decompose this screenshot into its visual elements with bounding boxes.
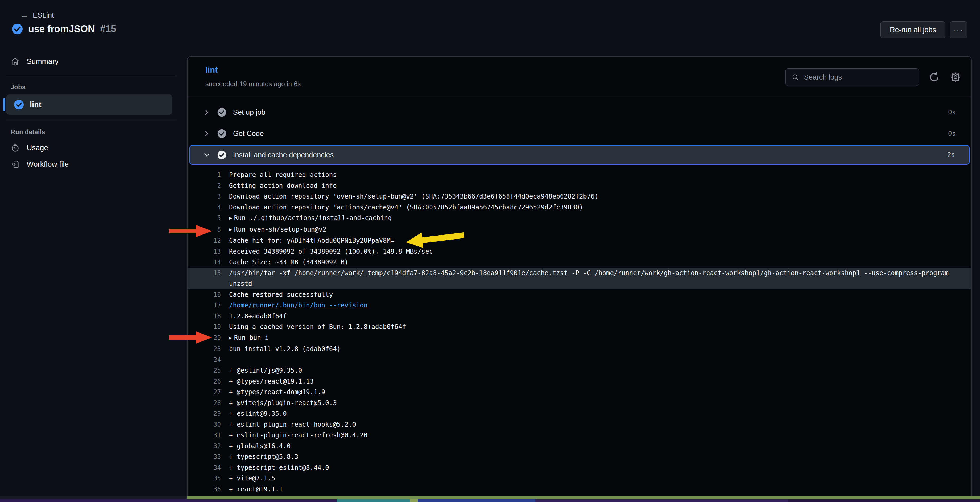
log-line-number[interactable]: 3 [188,191,229,202]
run-details-label: Run details [0,126,187,140]
log-line-text: + eslint-plugin-react-refresh@0.4.20 [229,430,971,441]
log-line-number[interactable]: 4 [188,202,229,213]
log-line-12: 12Cache hit for: yADIh4tFAodu0QPNiBy2UPp… [188,235,971,246]
step-row-install-and-cache-dependencies[interactable]: Install and cache dependencies 2s [189,145,970,165]
log-line-number[interactable]: 23 [188,344,229,354]
log-line-number[interactable]: 15 [188,268,229,279]
log-line-13: 13Received 34389092 of 34389092 (100.0%)… [188,246,971,257]
chevron-right-icon[interactable] [203,110,210,115]
gear-icon[interactable] [950,71,961,83]
sidebar-item-usage[interactable]: Usage [0,140,187,156]
step-label: Get Code [233,130,264,138]
log-line-number[interactable]: 1 [188,170,229,181]
log-line-text: Download action repository 'oven-sh/setu… [229,191,971,202]
log-line-number[interactable]: 24 [188,354,229,365]
step-row-get-code[interactable]: Get Code 0s [189,124,970,143]
log-line-33: 33+ typescript@5.8.3 [188,451,971,462]
log-line-3: 3Download action repository 'oven-sh/set… [188,191,971,202]
job-status-text: succeeded 19 minutes ago in 6s [205,80,301,88]
search-logs-input[interactable] [804,73,913,81]
log-line-number[interactable]: 17 [188,300,229,311]
log-line-number[interactable]: 2 [188,181,229,191]
log-line-text: ▶Run bun i [229,332,971,344]
step-duration: 2s [947,151,969,159]
step-success-check-icon [217,129,227,138]
log-line-text: bun install v1.2.8 (adab0f64) [229,344,971,354]
chevron-right-icon[interactable] [203,131,210,137]
log-line-number[interactable]: 34 [188,462,229,473]
log-line-16: 16Cache restored successfully [188,289,971,300]
search-icon [791,73,799,81]
log-line-text: ▶Run oven-sh/setup-bun@v2 [229,224,971,235]
log-line-number[interactable]: 31 [188,430,229,441]
log-line-8: 8▶Run oven-sh/setup-bun@v2 [188,224,971,235]
log-line-number[interactable]: 13 [188,246,229,257]
log-line-text: ▶Run ./.github/actions/install-and-cachi… [229,213,971,224]
log-line-text: + @types/react-dom@19.1.9 [229,387,971,398]
log-line-number[interactable]: 33 [188,451,229,462]
kebab-menu-button[interactable]: ··· [950,21,967,38]
log-line-32: 32+ globals@16.4.0 [188,441,971,452]
log-line-number[interactable]: 12 [188,235,229,246]
log-line-31: 31+ eslint-plugin-react-refresh@0.4.20 [188,430,971,441]
step-duration: 0s [948,130,970,137]
log-group-expand-icon[interactable]: ▶ [229,332,232,343]
log-line-18: 181.2.8+adab0f64f [188,311,971,322]
log-line-15-wrap: unzstd [188,278,971,289]
log-line-number[interactable]: 27 [188,387,229,398]
step-success-check-icon [217,150,227,160]
log-line-14: 14Cache Size: ~33 MB (34389092 B) [188,257,971,268]
log-line-text [229,354,971,365]
sidebar-item-workflow-file[interactable]: Workflow file [0,156,187,173]
job-success-check-icon [14,100,24,110]
log-line-number[interactable]: 28 [188,398,229,408]
sidebar-item-summary[interactable]: Summary [0,53,187,70]
search-logs-box[interactable] [785,68,919,86]
log-line-34: 34+ typescript-eslint@8.44.0 [188,462,971,473]
log-line-5: 5▶Run ./.github/actions/install-and-cach… [188,213,971,224]
log-line-number[interactable]: 35 [188,473,229,484]
log-line-number[interactable]: 32 [188,441,229,452]
log-line-number[interactable]: 16 [188,289,229,300]
back-arrow-icon[interactable]: ← [21,11,29,20]
chevron-down-icon[interactable] [203,152,210,158]
window-bottom-edge-highlight [187,496,980,499]
desktop-wallpaper-sliver [0,499,980,502]
log-line-text: /usr/bin/tar -xf /home/runner/work/_temp… [229,268,971,279]
job-title-link[interactable]: lint [205,65,218,75]
log-group-expand-icon[interactable]: ▶ [229,224,232,235]
log-line-text: Prepare all required actions [229,170,971,181]
log-line-text: Download action repository 'actions/cach… [229,202,971,213]
log-line-19: 19Using a cached version of Bun: 1.2.8+a… [188,321,971,332]
steps-list: Set up job 0s Get Code 0s [188,97,971,165]
rerun-all-jobs-button[interactable]: Re-run all jobs [880,21,945,38]
breadcrumb-label[interactable]: ESLint [33,11,54,19]
log-line-number[interactable]: 5 [188,213,229,224]
log-line-number[interactable]: 19 [188,321,229,332]
log-line-number[interactable] [188,278,229,289]
log-line-text: + globals@16.4.0 [229,441,971,452]
log-line-text: Cache restored successfully [229,289,971,300]
log-line-number[interactable]: 25 [188,365,229,376]
refresh-icon[interactable] [929,71,940,83]
sidebar-item-label: Workflow file [27,160,69,168]
log-line-number[interactable]: 18 [188,311,229,322]
log-line-17: 17/home/runner/.bun/bin/bun --revision [188,300,971,311]
step-row-set-up-job[interactable]: Set up job 0s [189,102,970,122]
log-line-number[interactable]: 29 [188,408,229,419]
sidebar-item-job-lint[interactable]: lint [6,94,172,115]
workflow-run-page: ← ESLint use fromJSON #15 Re-run all job… [0,0,980,502]
log-line-text[interactable]: /home/runner/.bun/bin/bun --revision [229,300,971,311]
log-line-number[interactable]: 26 [188,376,229,387]
log-line-number[interactable]: 14 [188,257,229,268]
log-group-expand-icon[interactable]: ▶ [229,213,232,224]
log-line-number[interactable]: 30 [188,419,229,430]
log-output: 1Prepare all required actions2Getting ac… [188,170,971,497]
log-line-text: + typescript@5.8.3 [229,451,971,462]
log-line-number[interactable]: 8 [188,224,229,235]
log-line-number[interactable]: 36 [188,484,229,495]
breadcrumb[interactable]: ← ESLint [21,11,54,20]
log-line-text: Cache hit for: yADIh4tFAodu0QPNiBy2UPpaV… [229,235,971,246]
log-line-text: Getting action download info [229,181,971,191]
log-line-number[interactable]: 20 [188,332,229,344]
